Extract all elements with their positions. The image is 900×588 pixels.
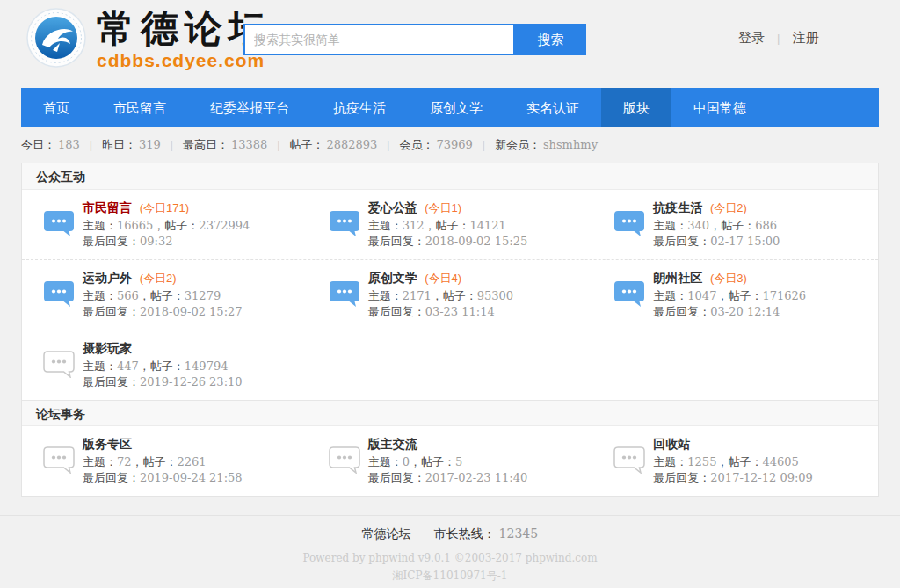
- forum-title-link[interactable]: 版务专区: [83, 437, 132, 451]
- topics-value: 312: [403, 219, 425, 232]
- forum-bubble-icon[interactable]: [329, 210, 360, 237]
- forum-bubble-icon[interactable]: [613, 280, 645, 308]
- forum-title-line: 版主交流: [368, 435, 528, 454]
- forum-title-link[interactable]: 版主交流: [368, 437, 417, 451]
- stat-item: 帖子：2882893: [289, 137, 377, 153]
- lastreply-label: 最后回复：: [83, 375, 140, 388]
- forum-info: 朗州社区 (今日3) 主题：1047，帖子：171626 最后回复：03-20 …: [653, 269, 806, 320]
- topics-value: 340: [687, 219, 709, 232]
- nav-item-4[interactable]: 原创文学: [408, 88, 504, 127]
- posts-value: 95300: [477, 289, 513, 302]
- forum-today-badge: (今日2): [710, 201, 747, 214]
- nav-item-2[interactable]: 纪委举报平台: [188, 88, 311, 127]
- forum-title-link[interactable]: 回收站: [653, 437, 690, 451]
- lastreply-label: 最后回复：: [83, 471, 140, 484]
- forum-bubble-icon[interactable]: [43, 210, 75, 237]
- posts-value: 171626: [762, 289, 806, 302]
- lastreply-value: 02-17 15:00: [710, 235, 780, 248]
- topics-value: 2171: [403, 289, 432, 302]
- nav-item-3[interactable]: 抗疫生活: [311, 88, 408, 127]
- forum-info: 市民留言 (今日171) 主题：16665，帖子：2372994 最后回复：09…: [83, 199, 250, 250]
- forum-info: 原创文学 (今日4) 主题：2171，帖子：95300 最后回复：03-23 1…: [368, 269, 513, 320]
- forum-title-link[interactable]: 抗疫生活: [653, 200, 702, 214]
- stat-item: 今日：183: [21, 137, 80, 153]
- auth-links: 登录 | 注册: [738, 30, 818, 47]
- forum-bubble-icon[interactable]: [329, 280, 360, 308]
- posts-value: 2372994: [199, 219, 250, 232]
- forum-cell: 摄影玩家 主题：447，帖子：149794 最后回复：2019-12-26 23…: [22, 330, 308, 400]
- forum-bubble-icon[interactable]: [43, 446, 75, 474]
- stat-label: 会员：: [399, 138, 433, 151]
- lastreply-label: 最后回复：: [368, 235, 425, 248]
- forum-title-link[interactable]: 摄影玩家: [83, 341, 132, 355]
- forum-info: 回收站 主题：1255，帖子：44605 最后回复：2017-12-12 09:…: [653, 435, 813, 486]
- stats-bar: 今日：183|昨日：319|最高日：13388|帖子：2882893|会员：73…: [21, 133, 879, 157]
- forum-counts-line: 主题：566，帖子：31279: [83, 288, 243, 304]
- footer-powered-by: Powered by phpwind v9.0.1 ©2003-2017 php…: [0, 552, 900, 564]
- forum-lastreply-line: 最后回复：2018-09-02 15:27: [83, 304, 243, 320]
- posts-label: ，帖子：: [424, 219, 469, 232]
- nav-item-6[interactable]: 版块: [601, 88, 671, 127]
- section-header-0: 公众互动: [22, 163, 878, 190]
- forum-bubble-icon[interactable]: [613, 210, 645, 237]
- forum-title-link[interactable]: 市民留言: [83, 200, 132, 214]
- search-button[interactable]: 搜索: [515, 24, 586, 55]
- footer-site-name: 常德论坛: [362, 526, 411, 541]
- footer-icp[interactable]: 湘ICP备11010971号-1: [0, 569, 900, 584]
- register-link[interactable]: 注册: [792, 30, 818, 47]
- forum-bubble-icon[interactable]: [43, 351, 75, 378]
- site-logo[interactable]: 常德论坛 cdbbs.cdyee.com: [26, 8, 272, 71]
- nav-item-7[interactable]: 中国常德: [671, 88, 768, 127]
- login-link[interactable]: 登录: [738, 30, 765, 47]
- topics-label: 主题：: [368, 219, 403, 232]
- posts-label: ，帖子：: [432, 289, 477, 302]
- topics-label: 主题：: [653, 219, 687, 232]
- site-logo-icon: [26, 8, 86, 68]
- forum-title-link[interactable]: 原创文学: [368, 271, 417, 285]
- posts-value: 44605: [762, 455, 798, 468]
- forum-cell: 版主交流 主题：0，帖子：5 最后回复：2017-02-23 11:40: [308, 426, 593, 496]
- forum-lastreply-line: 最后回复：02-17 15:00: [653, 234, 780, 250]
- lastreply-value: 2019-09-24 21:58: [140, 471, 243, 484]
- forum-title-link[interactable]: 朗州社区: [653, 271, 702, 285]
- lastreply-value: 2018-09-02 15:25: [425, 235, 528, 248]
- forum-title-link[interactable]: 爱心公益: [368, 200, 417, 214]
- forum-lastreply-line: 最后回复：2019-12-26 23:10: [83, 374, 243, 390]
- forum-title-link[interactable]: 运动户外: [83, 271, 132, 285]
- search-input[interactable]: [243, 24, 515, 55]
- nav-item-0[interactable]: 首页: [21, 88, 91, 127]
- forum-bubble-icon[interactable]: [329, 446, 360, 474]
- forum-lastreply-line: 最后回复：2017-02-23 11:40: [368, 470, 528, 486]
- forum-counts-line: 主题：312，帖子：14121: [368, 218, 528, 234]
- lastreply-value: 2017-12-12 09:09: [710, 471, 813, 484]
- forum-bubble-icon[interactable]: [613, 446, 645, 474]
- topics-value: 1047: [687, 289, 716, 302]
- topics-label: 主题：: [368, 289, 403, 302]
- stat-value: shsmhmy: [543, 138, 598, 151]
- forum-today-badge: (今日3): [710, 272, 747, 285]
- nav-item-5[interactable]: 实名认证: [504, 88, 601, 127]
- lastreply-label: 最后回复：: [368, 305, 425, 318]
- stat-item: 新会员：shsmhmy: [495, 137, 598, 153]
- nav-item-1[interactable]: 市民留言: [91, 88, 188, 127]
- forum-today-badge: (今日2): [140, 272, 177, 285]
- forum-title-line: 爱心公益 (今日1): [368, 199, 528, 217]
- forum-row: 摄影玩家 主题：447，帖子：149794 最后回复：2019-12-26 23…: [22, 330, 878, 400]
- posts-label: ，帖子：: [139, 359, 185, 373]
- search-bar: 搜索: [243, 24, 586, 55]
- forum-title-line: 原创文学 (今日4): [368, 269, 513, 287]
- posts-label: ，帖子：: [716, 455, 762, 468]
- forum-info: 版主交流 主题：0，帖子：5 最后回复：2017-02-23 11:40: [368, 435, 528, 486]
- posts-label: ，帖子：: [153, 219, 199, 232]
- forum-counts-line: 主题：1047，帖子：171626: [653, 288, 806, 304]
- forum-row: 运动户外 (今日2) 主题：566，帖子：31279 最后回复：2018-09-…: [22, 259, 878, 330]
- stat-label: 帖子：: [289, 138, 323, 151]
- footer-info-line: 常德论坛 市长热线： 12345: [0, 526, 900, 542]
- stat-item: 会员：73969: [399, 137, 472, 153]
- lastreply-label: 最后回复：: [653, 235, 710, 248]
- forum-cell: 朗州社区 (今日3) 主题：1047，帖子：171626 最后回复：03-20 …: [592, 260, 878, 330]
- forum-lastreply-line: 最后回复：2017-12-12 09:09: [653, 470, 813, 486]
- forum-bubble-icon[interactable]: [43, 280, 75, 308]
- stat-separator: |: [90, 139, 92, 151]
- posts-label: ，帖子：: [132, 455, 178, 468]
